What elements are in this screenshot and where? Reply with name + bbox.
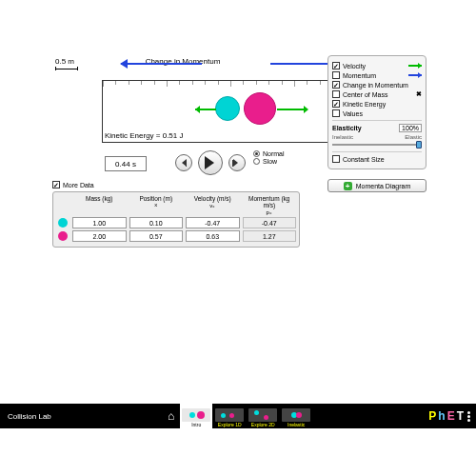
- col-velocity: Velocity (m/s): [186, 195, 240, 202]
- velocity-checkbox[interactable]: [332, 62, 340, 69]
- momentum-readout-2: 1.27: [243, 230, 297, 242]
- play-button[interactable]: [198, 150, 223, 175]
- nav-tab-label: Explore 1D: [218, 422, 242, 427]
- momentum-label: Momentum: [343, 72, 376, 79]
- speed-slow-radio[interactable]: [253, 158, 260, 165]
- table-row: 1.00 0.10 -0.47 -0.47: [56, 217, 296, 228]
- ball-2[interactable]: [244, 92, 276, 125]
- data-section: More Data Mass (kg) Position (m)x Veloci…: [52, 181, 300, 248]
- velocity-arrow-2[interactable]: [277, 109, 306, 110]
- velocity-input-2[interactable]: 0.63: [186, 230, 240, 242]
- ruler-ticks: [103, 81, 358, 87]
- momentum-arrow-icon: [408, 74, 422, 76]
- nav-tab-intro[interactable]: Intro: [180, 404, 212, 428]
- nav-tab-label: Explore 2D: [251, 422, 275, 427]
- home-button[interactable]: ⌂: [168, 409, 174, 423]
- momentum-checkbox[interactable]: [332, 71, 340, 79]
- data-table: Mass (kg) Position (m)x Velocity (m/s)vₓ…: [52, 191, 300, 248]
- row-ball-2-icon: [58, 231, 68, 241]
- velocity-input-1[interactable]: -0.47: [186, 217, 240, 228]
- nav-tab-explore-2d[interactable]: Explore 2D: [247, 404, 279, 428]
- kinetic-energy-readout: Kinetic Energy = 0.51 J: [105, 131, 184, 140]
- values-checkbox[interactable]: [332, 109, 340, 117]
- momentum-readout-1: -0.47: [243, 217, 297, 228]
- kinetic-energy-checkbox[interactable]: [332, 100, 340, 108]
- nav-tab-label: Inelastic: [288, 422, 305, 427]
- inelastic-label: Inelastic: [332, 134, 353, 140]
- nav-tab-label: Intro: [191, 422, 201, 427]
- options-panel: Velocity Momentum Change in Momentum Cen…: [327, 55, 426, 169]
- step-back-button[interactable]: [175, 154, 192, 171]
- momentum-arrow-left: [121, 63, 202, 65]
- row-ball-1-icon: [58, 218, 68, 228]
- step-forward-button[interactable]: [228, 154, 246, 171]
- ball-1[interactable]: [215, 96, 240, 121]
- momenta-diagram-button[interactable]: + Momenta Diagram: [327, 179, 426, 192]
- speed-normal-label: Normal: [263, 150, 285, 157]
- playback-controls: [175, 150, 246, 175]
- more-data-checkbox[interactable]: [52, 181, 60, 188]
- constant-size-checkbox[interactable]: [332, 155, 340, 163]
- center-of-mass-icon: ✖: [416, 90, 422, 98]
- time-display: 0.44 s: [105, 156, 147, 171]
- elasticity-slider[interactable]: [332, 141, 422, 149]
- mass-input-2[interactable]: 2.00: [72, 230, 127, 242]
- velocity-tip-2[interactable]: [304, 106, 312, 113]
- change-momentum-checkbox[interactable]: [332, 81, 340, 89]
- plus-icon: +: [344, 182, 352, 190]
- change-momentum-label: Change in Momentum: [343, 82, 408, 89]
- more-data-label: More Data: [63, 182, 94, 188]
- nav-tab-inelastic[interactable]: Inelastic: [280, 404, 312, 428]
- velocity-arrow-icon: [408, 65, 422, 67]
- constant-size-label: Constant Size: [343, 156, 385, 163]
- phet-menu-button[interactable]: [467, 411, 470, 422]
- speed-radio-group: Normal Slow: [253, 150, 285, 166]
- velocity-tip-1[interactable]: [191, 106, 200, 113]
- mass-input-1[interactable]: 1.00: [72, 217, 127, 228]
- values-label: Values: [343, 110, 363, 117]
- center-of-mass-checkbox[interactable]: [332, 90, 340, 98]
- col-position: Position (m): [129, 195, 184, 202]
- elasticity-value: 100%: [399, 124, 422, 132]
- col-mass: Mass (kg): [72, 195, 127, 202]
- elastic-label: Elastic: [405, 134, 422, 140]
- nav-bar: Collision Lab ⌂ Intro Explore 1D Explore…: [0, 404, 476, 428]
- kinetic-energy-label: Kinetic Energy: [343, 101, 386, 108]
- speed-slow-label: Slow: [263, 158, 277, 165]
- table-row: 2.00 0.57 0.63 1.27: [56, 230, 296, 242]
- sim-title: Collision Lab: [8, 412, 51, 421]
- position-input-2[interactable]: 0.57: [129, 230, 184, 242]
- col-momentum: Momentum (kg m/s): [243, 195, 297, 208]
- position-input-1[interactable]: 0.10: [129, 217, 184, 228]
- elasticity-label: Elasticity: [332, 125, 362, 131]
- phet-logo[interactable]: PhET: [428, 409, 464, 423]
- momenta-diagram-label: Momenta Diagram: [356, 183, 411, 189]
- speed-normal-radio[interactable]: [253, 150, 260, 157]
- velocity-label: Velocity: [343, 63, 366, 69]
- nav-tab-explore-1d[interactable]: Explore 1D: [213, 404, 246, 428]
- elasticity-slider-thumb[interactable]: [416, 141, 422, 149]
- center-of-mass-label: Center of Mass: [343, 91, 387, 98]
